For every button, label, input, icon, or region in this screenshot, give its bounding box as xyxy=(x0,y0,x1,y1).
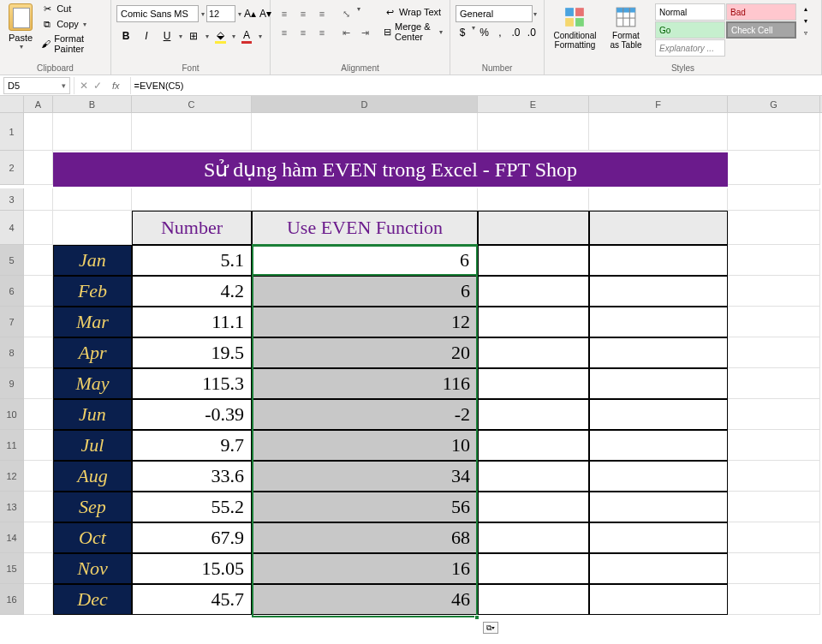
month-cell[interactable]: Jan xyxy=(53,245,132,276)
conditional-formatting-button[interactable]: Conditional Formatting xyxy=(550,3,600,51)
cell-styles-gallery[interactable]: Normal Bad Go Check Cell Explanatory ...… xyxy=(655,3,816,57)
cell[interactable] xyxy=(589,211,728,245)
format-as-table-button[interactable]: Format as Table xyxy=(604,3,648,51)
orientation-button[interactable]: ⤡ xyxy=(337,5,354,22)
cell[interactable] xyxy=(728,276,820,307)
cell[interactable] xyxy=(478,337,589,368)
header-number[interactable]: Number xyxy=(132,211,252,245)
month-cell[interactable]: Dec xyxy=(53,584,132,615)
row-header-4[interactable]: 4 xyxy=(0,211,24,245)
cell[interactable] xyxy=(728,430,820,461)
month-cell[interactable]: Aug xyxy=(53,461,132,492)
font-size-select[interactable] xyxy=(206,5,235,22)
cell[interactable] xyxy=(478,492,589,522)
result-cell[interactable]: -2 xyxy=(252,399,478,430)
cell[interactable] xyxy=(728,584,820,615)
fx-icon[interactable]: fx xyxy=(107,80,125,91)
cell[interactable] xyxy=(589,307,728,337)
cell[interactable] xyxy=(728,151,820,185)
chevron-down-icon[interactable]: ▾ xyxy=(472,24,475,41)
cell[interactable] xyxy=(24,188,53,211)
number-cell[interactable]: 45.7 xyxy=(132,584,252,615)
cell[interactable] xyxy=(24,113,53,151)
result-cell[interactable]: 46 xyxy=(252,584,478,615)
cell[interactable] xyxy=(478,461,589,492)
format-painter-button[interactable]: 🖌 Format Painter xyxy=(39,33,105,55)
align-bottom-button[interactable]: ≡ xyxy=(313,5,331,22)
cell[interactable] xyxy=(53,188,132,211)
copy-button[interactable]: ⧉ Copy ▾ xyxy=(39,17,105,31)
cell[interactable] xyxy=(589,245,728,276)
header-use-even[interactable]: Use EVEN Function xyxy=(252,211,478,245)
cell[interactable] xyxy=(589,461,728,492)
result-cell[interactable]: 56 xyxy=(252,492,478,522)
cell[interactable] xyxy=(53,113,132,151)
result-cell[interactable]: 12 xyxy=(252,307,478,337)
number-cell[interactable]: 19.5 xyxy=(132,337,252,368)
chevron-down-icon[interactable]: ▾ xyxy=(232,33,235,40)
cell[interactable] xyxy=(478,584,589,615)
cell[interactable] xyxy=(24,492,53,522)
row-header-3[interactable]: 3 xyxy=(0,188,24,211)
chevron-down-icon[interactable]: ▾ xyxy=(533,10,537,18)
cell[interactable] xyxy=(478,553,589,584)
cell[interactable] xyxy=(728,522,820,553)
font-color-button[interactable]: A xyxy=(237,27,256,45)
month-cell[interactable]: Jun xyxy=(53,399,132,430)
borders-button[interactable]: ⊞ xyxy=(184,27,203,45)
row-header-8[interactable]: 8 xyxy=(0,337,24,368)
cell[interactable] xyxy=(478,245,589,276)
cell[interactable] xyxy=(53,211,132,245)
month-cell[interactable]: May xyxy=(53,368,132,399)
number-cell[interactable]: 67.9 xyxy=(132,522,252,553)
row-header-10[interactable]: 10 xyxy=(0,399,24,430)
styles-scroll-down[interactable]: ▾ xyxy=(797,15,814,27)
month-cell[interactable]: Apr xyxy=(53,337,132,368)
number-cell[interactable]: 11.1 xyxy=(132,307,252,337)
increase-decimal-button[interactable]: .0 xyxy=(509,24,522,41)
row-header-15[interactable]: 15 xyxy=(0,553,24,584)
increase-font-button[interactable]: A▴ xyxy=(243,5,257,22)
result-cell[interactable]: 6 xyxy=(252,245,478,276)
number-cell[interactable]: 15.05 xyxy=(132,553,252,584)
chevron-down-icon[interactable]: ▾ xyxy=(206,33,209,40)
cell[interactable] xyxy=(252,113,478,151)
cell[interactable] xyxy=(728,368,820,399)
align-left-button[interactable]: ≡ xyxy=(276,24,293,41)
formula-input[interactable] xyxy=(131,77,822,94)
cell[interactable] xyxy=(728,211,820,245)
style-explanatory[interactable]: Explanatory ... xyxy=(655,39,725,57)
style-check-cell[interactable]: Check Cell xyxy=(726,21,796,39)
decrease-indent-button[interactable]: ⇤ xyxy=(337,24,354,41)
cell[interactable] xyxy=(478,113,589,151)
month-cell[interactable]: Sep xyxy=(53,492,132,522)
row-header-13[interactable]: 13 xyxy=(0,492,24,522)
cell[interactable] xyxy=(24,584,53,615)
number-format-select[interactable] xyxy=(456,5,533,22)
decrease-decimal-button[interactable]: .0 xyxy=(525,24,539,41)
result-cell[interactable]: 10 xyxy=(252,430,478,461)
result-cell[interactable]: 34 xyxy=(252,461,478,492)
cell[interactable] xyxy=(478,276,589,307)
chevron-down-icon[interactable]: ▾ xyxy=(259,33,262,40)
cell[interactable] xyxy=(478,399,589,430)
number-cell[interactable]: 4.2 xyxy=(132,276,252,307)
cell[interactable] xyxy=(252,188,478,211)
col-header-G[interactable]: G xyxy=(728,96,820,112)
row-header-11[interactable]: 11 xyxy=(0,430,24,461)
cell[interactable] xyxy=(589,276,728,307)
merge-center-button[interactable]: ⊟ Merge & Center ▾ xyxy=(382,21,444,43)
chevron-down-icon[interactable]: ▾ xyxy=(179,33,182,40)
cell[interactable] xyxy=(24,399,53,430)
cell[interactable] xyxy=(589,188,728,211)
percent-button[interactable]: % xyxy=(477,24,491,41)
number-cell[interactable]: 55.2 xyxy=(132,492,252,522)
align-top-button[interactable]: ≡ xyxy=(276,5,293,22)
number-cell[interactable]: 9.7 xyxy=(132,430,252,461)
col-header-B[interactable]: B xyxy=(53,96,132,112)
wrap-text-button[interactable]: ↩ Wrap Text xyxy=(382,5,444,19)
cell[interactable] xyxy=(478,211,589,245)
cell[interactable] xyxy=(24,337,53,368)
row-header-1[interactable]: 1 xyxy=(0,113,24,151)
italic-button[interactable]: I xyxy=(137,27,156,45)
